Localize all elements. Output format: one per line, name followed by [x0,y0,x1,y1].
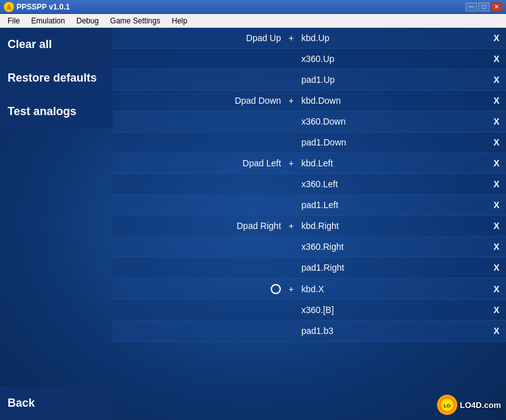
menu-item-file[interactable]: File [3,15,25,27]
plus-cell [285,321,297,342]
key-cell: x360.Up [297,49,487,70]
remove-binding-button[interactable]: X [487,216,506,237]
clear-all-button[interactable]: Clear all [0,28,113,61]
table-row: x360.UpX [113,49,506,70]
back-button[interactable]: Back [0,386,113,420]
remove-binding-button[interactable]: X [487,90,506,111]
plus-cell [285,70,297,90]
window-title: PPSSPP v1.0.1 [16,3,70,11]
key-cell: kbd.X [297,278,487,300]
plus-cell [285,132,297,153]
table-row: Dpad Left+kbd.LeftX [113,153,506,174]
action-cell: Dpad Left [113,153,285,174]
restore-defaults-button[interactable]: Restore defaults [0,61,113,95]
table-row: pad1.b3X [113,321,506,342]
menu-item-debug[interactable]: Debug [71,15,104,27]
table-row: pad1.LeftX [113,195,506,216]
key-cell: kbd.Left [297,153,487,174]
plus-cell [285,174,297,195]
key-cell: pad1.Down [297,132,487,153]
plus-cell [285,300,297,321]
action-cell [113,49,285,70]
table-row: pad1.RightX [113,257,506,278]
key-cell: x360.[B] [297,300,487,321]
action-cell: Dpad Right [113,216,285,237]
watermark-text: LO4D.com [460,400,501,410]
action-cell [113,237,285,257]
action-cell [113,111,285,132]
sidebar: Clear all Restore defaults Test analogs … [0,28,113,420]
key-cell: pad1.b3 [297,321,487,342]
remove-binding-button[interactable]: X [487,257,506,278]
key-cell: kbd.Up [297,28,487,49]
table-row: x360.LeftX [113,174,506,195]
table-row: x360.RightX [113,237,506,257]
action-cell [113,195,285,216]
minimize-button[interactable]: ─ [466,3,477,11]
key-cell: pad1.Right [297,257,487,278]
title-bar: PPSSPP v1.0.1 ─ □ ✕ [0,0,506,14]
window-controls: ─ □ ✕ [466,3,502,11]
action-cell [113,70,285,90]
plus-cell [285,257,297,278]
circle-icon [271,284,281,294]
action-cell: Dpad Up [113,28,285,49]
restore-button[interactable]: □ [478,3,490,11]
menu-item-help[interactable]: Help [166,15,192,27]
plus-cell: + [285,153,297,174]
action-cell [113,174,285,195]
remove-binding-button[interactable]: X [487,49,506,70]
remove-binding-button[interactable]: X [487,70,506,90]
key-cell: x360.Left [297,174,487,195]
remove-binding-button[interactable]: X [487,153,506,174]
plus-cell [285,195,297,216]
key-cell: x360.Down [297,111,487,132]
remove-binding-button[interactable]: X [487,300,506,321]
plus-cell [285,49,297,70]
action-cell [113,300,285,321]
key-cell: x360.Right [297,237,487,257]
test-analogs-button[interactable]: Test analogs [0,95,113,128]
svg-marker-0 [6,4,12,9]
plus-cell: + [285,28,297,49]
key-cell: pad1.Up [297,70,487,90]
keybind-table: Dpad Up+kbd.UpXx360.UpXpad1.UpXDpad Down… [113,28,506,342]
table-row: +kbd.XX [113,278,506,300]
plus-cell: + [285,278,297,300]
menu-item-emulation[interactable]: Emulation [26,15,70,27]
remove-binding-button[interactable]: X [487,278,506,300]
main-content: △ ○ □ ✕ △ ○ □ △ ✕ ○ △ ○ □ ✕ △ ○ □ △ ○ □ … [0,28,506,420]
action-cell [113,132,285,153]
title-bar-left: PPSSPP v1.0.1 [4,2,70,12]
remove-binding-button[interactable]: X [487,28,506,49]
action-cell [113,321,285,342]
menu-item-game-settings[interactable]: Game Settings [105,15,165,27]
remove-binding-button[interactable]: X [487,321,506,342]
table-row: Dpad Up+kbd.UpX [113,28,506,49]
table-row: x360.DownX [113,111,506,132]
close-button[interactable]: ✕ [491,3,502,11]
plus-cell: + [285,90,297,111]
table-row: Dpad Right+kbd.RightX [113,216,506,237]
table-row: x360.[B]X [113,300,506,321]
remove-binding-button[interactable]: X [487,174,506,195]
remove-binding-button[interactable]: X [487,237,506,257]
action-cell [113,278,285,300]
key-cell: kbd.Right [297,216,487,237]
table-row: pad1.UpX [113,70,506,90]
keybind-table-area[interactable]: Dpad Up+kbd.UpXx360.UpXpad1.UpXDpad Down… [113,28,506,420]
svg-text:LO: LO [443,403,450,409]
plus-cell [285,111,297,132]
app-icon [4,2,14,12]
table-row: Dpad Down+kbd.DownX [113,90,506,111]
key-cell: kbd.Down [297,90,487,111]
remove-binding-button[interactable]: X [487,111,506,132]
plus-cell: + [285,216,297,237]
action-cell: Dpad Down [113,90,285,111]
watermark: LO LO4D.com [437,395,501,415]
remove-binding-button[interactable]: X [487,195,506,216]
remove-binding-button[interactable]: X [487,132,506,153]
plus-cell [285,237,297,257]
watermark-logo: LO [437,395,457,415]
key-cell: pad1.Left [297,195,487,216]
